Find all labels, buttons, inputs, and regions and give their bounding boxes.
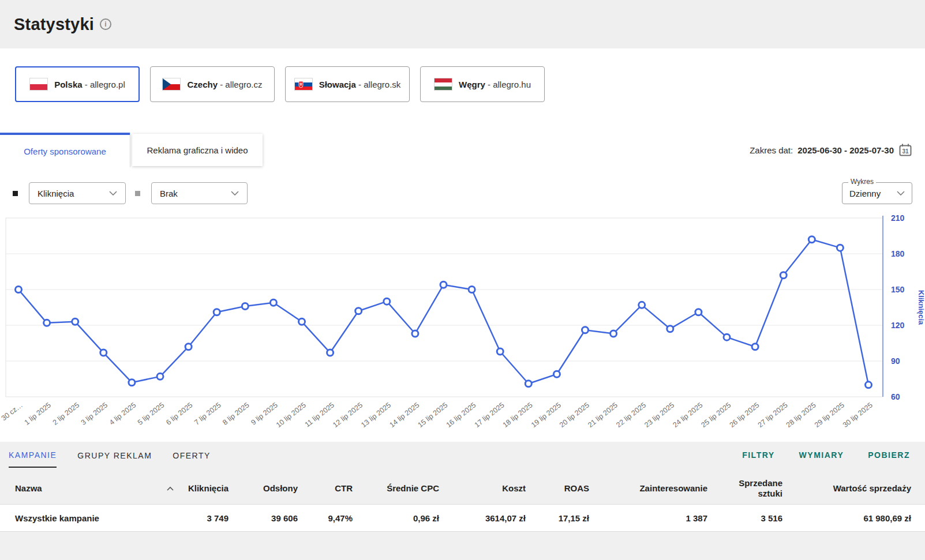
data-point[interactable] [327, 349, 334, 356]
data-point[interactable] [214, 309, 220, 315]
x-tick-label: 18 lip 2025 [501, 401, 534, 429]
y-tick-label: 180 [891, 249, 905, 258]
country-button-allegro.cz[interactable]: Czechy - allegro.cz [150, 66, 275, 102]
column-header-8[interactable]: Sprzedane sztuki [721, 473, 796, 504]
table-tab-grupy-reklam[interactable]: GRUPY REKLAM [77, 443, 152, 467]
country-label: Czechy - allegro.cz [187, 80, 262, 89]
data-point[interactable] [242, 303, 248, 309]
data-point[interactable] [157, 373, 163, 379]
x-tick-label: 6 lip 2025 [164, 401, 194, 426]
table-row[interactable]: Wszystkie kampanie3 74939 6069,47%0,96 z… [0, 504, 925, 532]
tab-reklama-graficzna[interactable]: Reklama graficzna i wideo [132, 134, 263, 166]
column-header-3[interactable]: CTR [312, 473, 366, 504]
date-range[interactable]: Zakres dat: 2025-06-30 - 2025-07-30 31 [750, 133, 925, 167]
column-header-7[interactable]: Zainteresowanie [603, 473, 721, 504]
data-point[interactable] [724, 334, 730, 340]
table-tab-oferty[interactable]: OFERTY [173, 443, 211, 467]
x-tick-label: 1 lip 2025 [23, 401, 53, 426]
calendar-icon[interactable]: 31 [898, 143, 912, 157]
data-point[interactable] [752, 344, 758, 350]
data-point[interactable] [582, 327, 589, 333]
data-point[interactable] [469, 287, 475, 293]
x-tick-label: 17 lip 2025 [473, 401, 506, 429]
column-header-2[interactable]: Odsłony [242, 473, 312, 504]
tab-oferty-sponsorowane[interactable]: Oferty sponsorowane [0, 133, 130, 167]
action-filtry[interactable]: FILTRY [742, 450, 774, 460]
action-wymiary[interactable]: WYMIARY [799, 450, 844, 460]
data-point[interactable] [129, 379, 135, 386]
data-point[interactable] [72, 318, 78, 325]
x-tick-label: 8 lip 2025 [221, 401, 250, 426]
country-label: Słowacja - allegro.sk [319, 80, 401, 89]
secondary-series-swatch [135, 191, 140, 196]
chart-controls: Kliknięcia Brak Wykres Dzienny [0, 167, 925, 213]
y-tick-label: 210 [891, 213, 905, 223]
country-button-allegro.sk[interactable]: Słowacja - allegro.sk [285, 66, 410, 102]
column-header-0[interactable]: Nazwa [0, 473, 179, 504]
data-point[interactable] [667, 326, 673, 332]
data-point[interactable] [100, 349, 107, 356]
column-header-9[interactable]: Wartość sprzedaży [796, 473, 925, 504]
data-point[interactable] [270, 299, 276, 306]
data-point[interactable] [355, 308, 362, 314]
page-header: Statystyki i [0, 0, 925, 48]
data-point[interactable] [553, 371, 560, 377]
action-pobierz[interactable]: POBIERZ [868, 450, 910, 460]
data-point[interactable] [440, 281, 447, 288]
secondary-metric-value: Brak [160, 189, 178, 198]
x-tick-label: 5 lip 2025 [136, 401, 166, 426]
flag-poland-icon [29, 78, 48, 91]
chart-interval-select[interactable]: Wykres Dzienny [842, 182, 912, 204]
main-tabs: Oferty sponsorowane Reklama graficzna i … [0, 133, 925, 167]
data-point[interactable] [412, 330, 418, 337]
sort-asc-icon[interactable] [166, 486, 174, 491]
country-button-allegro.pl[interactable]: Polska - allegro.pl [15, 66, 140, 102]
data-point[interactable] [497, 348, 503, 355]
x-tick-label: 22 lip 2025 [615, 401, 647, 429]
data-point[interactable] [611, 330, 617, 337]
table-header-row: NazwaKliknięciaOdsłonyCTRŚrednie CPCKosz… [0, 468, 925, 504]
data-point[interactable] [866, 382, 872, 388]
y-tick-label: 90 [891, 356, 900, 366]
x-tick-label: 25 lip 2025 [700, 401, 733, 429]
x-tick-label: 7 lip 2025 [193, 401, 222, 426]
data-point[interactable] [639, 302, 645, 308]
table-tabs-row: KAMPANIEGRUPY REKLAMOFERTYFILTRYWYMIARYP… [0, 442, 925, 468]
x-tick-label: 27 lip 2025 [757, 401, 789, 429]
x-tick-label: 2 lip 2025 [51, 401, 81, 426]
x-tick-label: 20 lip 2025 [558, 401, 591, 429]
data-point[interactable] [837, 245, 843, 251]
country-button-allegro.hu[interactable]: Węgry - allegro.hu [420, 66, 545, 102]
table-cell-0: Wszystkie kampanie [0, 505, 179, 531]
country-selector: Polska - allegro.plCzechy - allegro.czSł… [0, 48, 925, 133]
secondary-metric-select[interactable]: Brak [151, 182, 248, 204]
flag-czechia-icon [162, 78, 181, 91]
column-header-4[interactable]: Średnie CPC [366, 473, 453, 504]
y-tick-label: 150 [891, 285, 905, 294]
data-point[interactable] [808, 236, 815, 243]
data-point[interactable] [525, 381, 531, 387]
table-cell-5: 3614,07 zł [453, 505, 540, 531]
stats-table-section: KAMPANIEGRUPY REKLAMOFERTYFILTRYWYMIARYP… [0, 442, 925, 560]
table-tab-kampanie[interactable]: KAMPANIE [9, 442, 57, 468]
line-chart-svg[interactable]: 6090120150180210Kliknięcia30 cz…1 lip 20… [0, 213, 925, 442]
primary-metric-select[interactable]: Kliknięcia [29, 182, 126, 204]
info-icon[interactable]: i [100, 18, 111, 30]
x-tick-label: 23 lip 2025 [643, 401, 676, 429]
data-point[interactable] [16, 287, 22, 293]
data-point[interactable] [780, 272, 787, 279]
data-point[interactable] [695, 309, 702, 315]
data-point[interactable] [384, 298, 390, 305]
data-point[interactable] [299, 318, 305, 325]
column-header-6[interactable]: ROAS [540, 473, 603, 504]
x-tick-label: 28 lip 2025 [785, 401, 818, 429]
chevron-down-icon [109, 191, 117, 196]
table-cell-8: 3 516 [721, 505, 796, 531]
column-header-5[interactable]: Koszt [453, 473, 540, 504]
flag-slovakia-icon [294, 78, 313, 91]
data-point[interactable] [44, 320, 50, 326]
column-header-1[interactable]: Kliknięcia [179, 473, 242, 504]
svg-text:31: 31 [902, 148, 909, 155]
data-point[interactable] [185, 344, 192, 350]
flag-hungary-icon [434, 78, 452, 91]
